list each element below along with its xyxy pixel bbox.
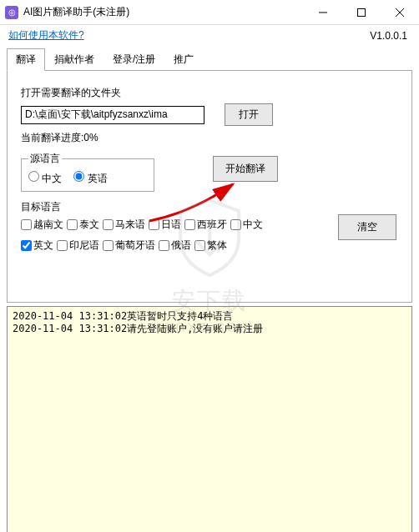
top-row: 如何使用本软件? V1.0.0.1 — [0, 25, 419, 43]
close-button[interactable] — [381, 0, 419, 25]
tab-bar: 翻译 捐献作者 登录/注册 推广 — [7, 48, 412, 71]
help-link[interactable]: 如何使用本软件? — [8, 28, 84, 43]
chk-traditional[interactable]: 繁体 — [194, 238, 227, 253]
chk-vietnamese[interactable]: 越南文 — [21, 218, 63, 232]
chk-malay[interactable]: 马来语 — [103, 218, 145, 232]
maximize-button[interactable] — [342, 0, 381, 25]
tab-translate[interactable]: 翻译 — [7, 48, 45, 71]
folder-path-input[interactable] — [21, 106, 204, 124]
radio-chinese[interactable]: 中文 — [28, 171, 62, 186]
main-panel: 打开需要翻译的文件夹 打开 当前翻译进度:0% 源语言 中文 英语 开始翻译 目… — [7, 71, 412, 303]
chk-thai[interactable]: 泰文 — [67, 218, 99, 232]
svg-rect-1 — [358, 9, 366, 17]
window-title: AI图片翻译助手(未注册) — [23, 5, 304, 19]
clear-button[interactable]: 清空 — [338, 214, 396, 240]
target-row-2: 英文 印尼语 葡萄牙语 俄语 繁体 — [21, 238, 398, 253]
source-legend: 源语言 — [28, 152, 62, 166]
chk-chinese[interactable]: 中文 — [230, 218, 263, 232]
window-buttons — [304, 0, 419, 24]
target-language-label: 目标语言 — [21, 200, 398, 214]
tab-login[interactable]: 登录/注册 — [103, 48, 164, 71]
chk-english[interactable]: 英文 — [21, 238, 53, 253]
tab-donate[interactable]: 捐献作者 — [45, 48, 103, 71]
tab-promote[interactable]: 推广 — [164, 48, 203, 71]
progress-label: 当前翻译进度:0% — [21, 131, 398, 145]
source-language-group: 源语言 中文 英语 — [21, 152, 154, 192]
chk-japanese[interactable]: 日语 — [149, 218, 181, 232]
version-label: V1.0.0.1 — [370, 30, 411, 42]
path-row: 打开 — [21, 103, 398, 126]
chk-portuguese[interactable]: 葡萄牙语 — [103, 238, 155, 253]
titlebar: ◎ AI图片翻译助手(未注册) — [0, 0, 419, 25]
app-icon: ◎ — [5, 6, 18, 19]
chk-russian[interactable]: 俄语 — [159, 238, 191, 253]
start-translate-button[interactable]: 开始翻译 — [213, 156, 278, 182]
log-output[interactable]: 2020-11-04 13:31:02英语暂时只支持4种语言 2020-11-0… — [7, 306, 412, 532]
minimize-button[interactable] — [304, 0, 342, 25]
open-folder-label: 打开需要翻译的文件夹 — [21, 86, 398, 100]
radio-english[interactable]: 英语 — [73, 171, 107, 186]
chk-spanish[interactable]: 西班牙 — [184, 218, 227, 232]
chk-indonesian[interactable]: 印尼语 — [57, 238, 99, 253]
open-button[interactable]: 打开 — [225, 103, 273, 126]
